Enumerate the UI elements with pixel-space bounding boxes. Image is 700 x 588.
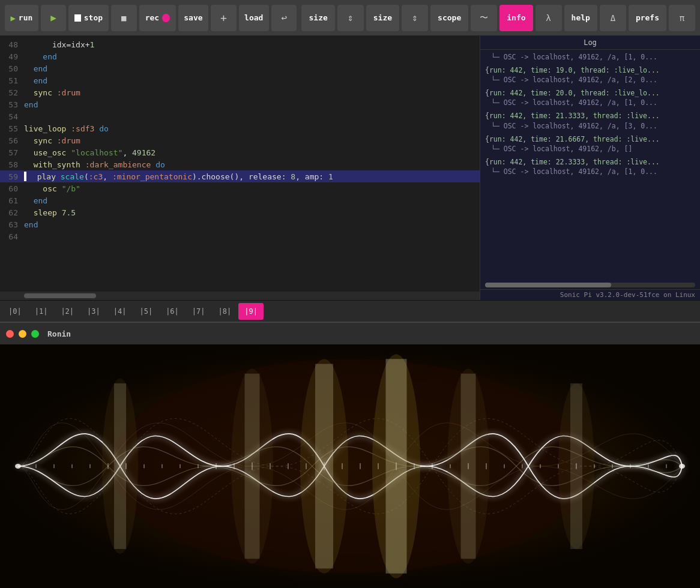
scope-button[interactable]: scope xyxy=(430,5,468,31)
log-content: └─ OSC -> localhost, 49162, /a, [1, 0...… xyxy=(480,50,700,281)
tab-0[interactable]: |0| xyxy=(2,303,28,320)
log-line: └─ OSC -> localhost, 49162, /a, [1, 0... xyxy=(485,167,695,176)
ronin-title: Ronin xyxy=(47,329,71,338)
code-line-60: 60 osc "/b" xyxy=(0,182,480,194)
log-line: └─ OSC -> localhost, 49162, /b, [] xyxy=(485,144,695,154)
save-button[interactable]: save xyxy=(178,5,208,31)
line-number: 48 xyxy=(2,40,24,49)
line-number: 60 xyxy=(2,184,24,193)
tab-5[interactable]: |5| xyxy=(133,303,158,320)
run-label: run xyxy=(19,13,32,22)
prefs-icon-button[interactable]: π xyxy=(669,5,695,31)
size-label-2: size xyxy=(373,13,392,22)
scrollbar-track xyxy=(485,283,695,287)
tab-7[interactable]: |7| xyxy=(186,303,211,320)
status-text: Sonic Pi v3.2.0-dev-51fce on Linux xyxy=(560,291,695,299)
load-button[interactable]: load xyxy=(239,5,269,31)
log-entry-1: {run: 442, time: 19.0, thread: :live_lo.… xyxy=(485,65,695,85)
tab-4[interactable]: |4| xyxy=(107,303,133,320)
line-number: 58 xyxy=(2,160,24,169)
scrollbar-thumb[interactable] xyxy=(485,283,611,287)
rec-button[interactable]: rec xyxy=(139,5,176,31)
help-icon-button[interactable]: Δ xyxy=(600,5,626,31)
tab-3[interactable]: |3| xyxy=(81,303,106,320)
log-line: {run: 442, time: 22.3333, thread: :live.… xyxy=(485,157,695,167)
prefs-button[interactable]: prefs xyxy=(629,5,666,31)
code-line-52: 52 sync :drum xyxy=(0,86,480,98)
play-icon-button[interactable]: ▶ xyxy=(41,5,67,31)
line-number: 59 xyxy=(2,172,24,181)
lambda-button[interactable]: λ xyxy=(536,5,562,31)
lambda-icon: λ xyxy=(546,13,551,23)
code-line-53: 53 end xyxy=(0,98,480,110)
window-minimize-button[interactable] xyxy=(19,330,26,338)
scrollbar-thumb[interactable] xyxy=(24,293,96,298)
line-number: 56 xyxy=(2,136,24,145)
tab-1[interactable]: |1| xyxy=(29,303,54,320)
add-button[interactable]: + xyxy=(211,5,237,31)
ronin-window: Ronin xyxy=(0,322,700,588)
line-code: live_loop :sdf3 do xyxy=(24,124,109,133)
status-bar: Sonic Pi v3.2.0-dev-51fce on Linux xyxy=(480,289,700,300)
line-code: end xyxy=(24,52,57,61)
log-line: └─ OSC -> localhost, 49162, /a, [1, 0... xyxy=(485,52,695,62)
line-code: end xyxy=(24,220,38,229)
log-horizontal-scrollbar[interactable] xyxy=(480,281,700,289)
log-line: {run: 442, time: 20.0, thread: :live_lo.… xyxy=(485,88,695,98)
ronin-titlebar: Ronin xyxy=(0,323,700,344)
play-triangle-icon: ▶ xyxy=(50,12,56,23)
tab-2[interactable]: |2| xyxy=(55,303,80,320)
line-code: idx=idx+1 xyxy=(24,40,94,49)
run-button[interactable]: ▶ run xyxy=(5,5,38,31)
main-area: 48 idx=idx+1 49 end 50 end 51 end 52 xyxy=(0,36,700,300)
line-number: 63 xyxy=(2,220,24,229)
code-editor[interactable]: 48 idx=idx+1 49 end 50 end 51 end 52 xyxy=(0,36,480,300)
log-panel: Log └─ OSC -> localhost, 49162, /a, [1, … xyxy=(480,36,700,300)
log-entry-5: {run: 442, time: 22.3333, thread: :live.… xyxy=(485,157,695,176)
size-arrows-button-1[interactable]: ⇕ xyxy=(337,5,364,31)
line-code: play scale(:c3, :minor_pentatonic).choos… xyxy=(28,172,333,181)
code-line-57: 57 use_osc "localhost", 49162 xyxy=(0,146,480,158)
code-line-50: 50 end xyxy=(0,62,480,74)
line-number: 50 xyxy=(2,64,24,73)
stop-square-button[interactable]: ■ xyxy=(111,5,137,31)
window-maximize-button[interactable] xyxy=(31,330,39,338)
window-close-button[interactable] xyxy=(6,330,14,338)
log-entry-4: {run: 442, time: 21.6667, thread: :live.… xyxy=(485,134,695,154)
ronin-canvas xyxy=(0,344,700,588)
code-line-64: 64 xyxy=(0,230,480,242)
line-number: 61 xyxy=(2,196,24,205)
line-number: 53 xyxy=(2,100,24,109)
code-line-59: 59 play scale(:c3, :minor_pentatonic).ch… xyxy=(0,170,480,182)
waveform-visualization xyxy=(0,344,700,588)
code-line-55: 55 live_loop :sdf3 do xyxy=(0,122,480,134)
tab-6[interactable]: |6| xyxy=(160,303,185,320)
editor-horizontal-scrollbar[interactable] xyxy=(0,292,480,300)
code-line-51: 51 end xyxy=(0,74,480,86)
code-content: 48 idx=idx+1 49 end 50 end 51 end 52 xyxy=(0,36,480,292)
log-line: {run: 442, time: 21.3333, thread: :live.… xyxy=(485,111,695,121)
line-number: 54 xyxy=(2,112,24,121)
line-number: 64 xyxy=(2,232,24,241)
scope-label: scope xyxy=(438,13,461,22)
info-button[interactable]: info xyxy=(499,5,533,31)
size-arrows-button-2[interactable]: ⇕ xyxy=(402,5,428,31)
rec-label: rec xyxy=(145,13,159,22)
tab-9[interactable]: |9| xyxy=(238,303,264,320)
scope-waveform-button[interactable]: 〜 xyxy=(471,5,497,31)
load-icon: ↩ xyxy=(281,12,287,23)
stop-square-icon: ■ xyxy=(121,13,126,23)
log-entry-2: {run: 442, time: 20.0, thread: :live_lo.… xyxy=(485,88,695,107)
save-label: save xyxy=(184,13,202,22)
line-code: sync :drum xyxy=(24,88,80,97)
tab-8[interactable]: |8| xyxy=(213,303,238,320)
size-button-2[interactable]: size xyxy=(366,5,399,31)
line-number: 51 xyxy=(2,76,24,85)
help-button[interactable]: help xyxy=(564,5,597,31)
code-line-56: 56 sync :drum xyxy=(0,134,480,146)
line-number: 52 xyxy=(2,88,24,97)
stop-button[interactable]: stop xyxy=(68,5,109,31)
size-button-1[interactable]: size xyxy=(301,5,334,31)
line-code: end xyxy=(24,100,38,109)
load-icon-button[interactable]: ↩ xyxy=(271,5,297,31)
